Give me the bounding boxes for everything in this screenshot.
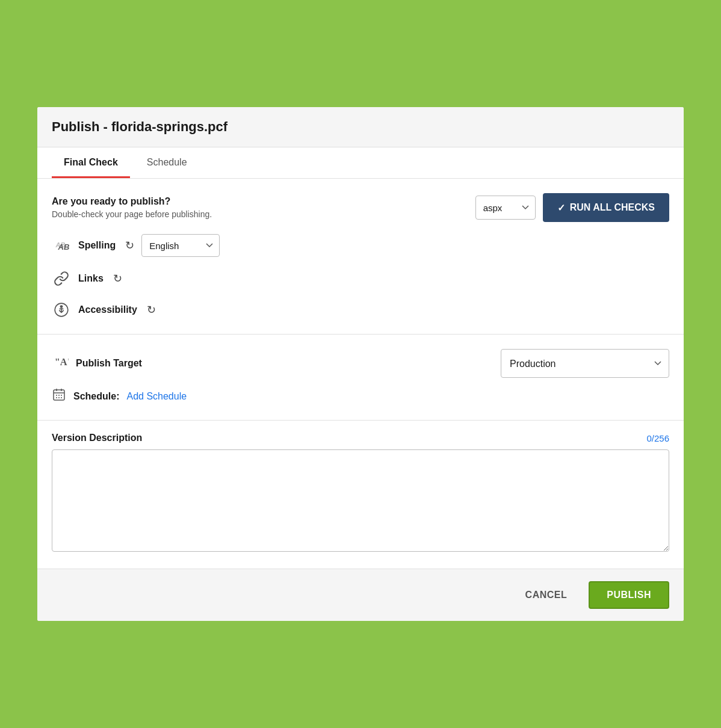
format-select[interactable]: aspx html php — [475, 196, 536, 220]
dialog-header: Publish - florida-springs.pcf — [37, 107, 684, 147]
spelling-icon: AB AB — [52, 236, 71, 255]
version-header: Version Description 0/256 — [52, 433, 669, 443]
run-checks-label: RUN ALL CHECKS — [570, 202, 655, 213]
publish-dialog: Publish - florida-springs.pcf Final Chec… — [36, 105, 685, 623]
publish-target-icon: "A" — [52, 353, 69, 374]
accessibility-icon — [52, 300, 71, 319]
ready-subtext: Double-check your page before publishing… — [52, 209, 212, 219]
version-description-textarea[interactable] — [52, 449, 669, 552]
links-refresh-icon[interactable]: ↻ — [113, 272, 122, 285]
accessibility-check-item: Accessibility ↻ — [52, 300, 669, 319]
svg-text:"A": "A" — [55, 356, 69, 368]
run-all-checks-button[interactable]: ✓ RUN ALL CHECKS — [543, 193, 669, 222]
target-left: "A" Publish Target — [52, 353, 142, 374]
spelling-refresh-icon[interactable]: ↻ — [125, 239, 134, 252]
checkmark-icon: ✓ — [557, 202, 565, 214]
tab-final-check[interactable]: Final Check — [52, 147, 130, 178]
publish-target-label: Publish Target — [76, 358, 142, 369]
add-schedule-link[interactable]: Add Schedule — [126, 391, 187, 402]
schedule-icon — [52, 387, 66, 406]
schedule-row: Schedule: Add Schedule — [52, 387, 669, 406]
links-icon — [52, 269, 71, 288]
version-description-section: Version Description 0/256 — [37, 421, 684, 569]
ready-controls: aspx html php ✓ RUN ALL CHECKS — [475, 193, 669, 222]
links-check-item: Links ↻ — [52, 269, 669, 288]
accessibility-label: Accessibility — [78, 304, 137, 315]
svg-point-1 — [60, 306, 62, 307]
version-description-label: Version Description — [52, 433, 142, 443]
dialog-footer: CANCEL PUBLISH — [37, 569, 684, 621]
spelling-check-item: AB AB Spelling ↻ English Spanish French … — [52, 234, 669, 257]
checks-list: AB AB Spelling ↻ English Spanish French … — [52, 234, 669, 319]
ready-text: Are you ready to publish? Double-check y… — [52, 196, 212, 219]
dialog-title: Publish - florida-springs.pcf — [52, 119, 669, 135]
publish-target-section: "A" Publish Target Production Staging De… — [37, 335, 684, 421]
cancel-button[interactable]: CANCEL — [513, 582, 580, 608]
ready-heading: Are you ready to publish? — [52, 196, 212, 207]
spelling-label: Spelling — [78, 240, 116, 251]
version-description-count: 0/256 — [646, 433, 669, 443]
ready-row: Are you ready to publish? Double-check y… — [52, 193, 669, 222]
tab-schedule[interactable]: Schedule — [135, 147, 199, 178]
ready-section: Are you ready to publish? Double-check y… — [37, 179, 684, 335]
publish-target-select[interactable]: Production Staging Development — [501, 349, 669, 378]
schedule-label: Schedule: — [73, 391, 119, 402]
tabs-container: Final Check Schedule — [37, 147, 684, 179]
accessibility-refresh-icon[interactable]: ↻ — [147, 303, 156, 316]
target-row: "A" Publish Target Production Staging De… — [52, 349, 669, 378]
links-label: Links — [78, 273, 104, 284]
language-select[interactable]: English Spanish French German — [141, 234, 220, 257]
publish-button[interactable]: PUBLISH — [589, 581, 669, 609]
